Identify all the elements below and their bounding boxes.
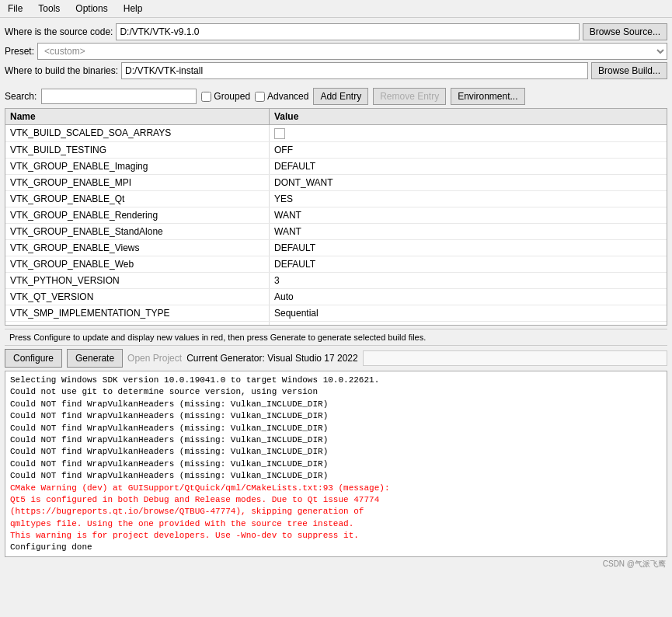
cell-value: DONT_WANT <box>270 175 667 190</box>
open-project-label: Open Project <box>127 353 182 364</box>
table-row[interactable]: VTK_GROUP_ENABLE_ImagingDEFAULT <box>5 159 667 175</box>
table-row[interactable]: VTK_GROUP_ENABLE_RenderingWANT <box>5 207 667 224</box>
status-bar: Press Configure to update and display ne… <box>5 329 667 346</box>
output-line: CMake Warning (dev) at GUISupport/QtQuic… <box>10 483 662 494</box>
cell-value: DEFAULT <box>270 240 667 256</box>
output-line: Configuring done <box>10 542 662 553</box>
footer: CSDN @气派飞鹰 <box>0 557 672 571</box>
table-row[interactable]: VTK_GROUP_ENABLE_ViewsDEFAULT <box>5 240 667 256</box>
configure-button[interactable]: Configure <box>5 349 62 368</box>
table-row[interactable]: VTK_QT_VERSIONAuto <box>5 289 667 305</box>
generator-text: Current Generator: Visual Studio 17 2022 <box>186 353 358 364</box>
menu-help[interactable]: Help <box>119 2 148 16</box>
cell-value[interactable] <box>270 322 667 326</box>
cmake-variables-table: Name Value VTK_BUILD_SCALED_SOA_ARRAYSVT… <box>5 108 667 326</box>
output-line: Could NOT find WrapVulkanHeaders (missin… <box>10 423 662 434</box>
output-line: (https://bugreports.qt.io/browse/QTBUG-4… <box>10 506 662 518</box>
cell-name: VTK_BUILD_SCALED_SOA_ARRAYS <box>5 125 270 141</box>
cell-checkbox[interactable] <box>274 128 285 139</box>
configure-row: Configure Generate Open Project Current … <box>0 346 672 371</box>
status-message: Press Configure to update and display ne… <box>9 333 426 342</box>
output-line: Could NOT find WrapVulkanHeaders (missin… <box>10 410 662 422</box>
output-line: Could NOT find WrapVulkanHeaders (missin… <box>10 399 662 410</box>
menu-tools[interactable]: Tools <box>33 2 64 16</box>
cell-value: Auto <box>270 289 667 305</box>
table-row[interactable]: VTK_SMP_IMPLEMENTATION_TYPESequential <box>5 305 667 322</box>
header-value: Value <box>270 109 667 124</box>
menu-options[interactable]: Options <box>71 2 112 16</box>
table-row[interactable]: VTK_USE_CUDA <box>5 322 667 326</box>
preset-row: Preset: <custom> <box>5 43 667 60</box>
cell-value: YES <box>270 191 667 207</box>
preset-label: Preset: <box>5 46 34 57</box>
menu-bar: File Tools Options Help <box>0 0 672 18</box>
table-body: VTK_BUILD_SCALED_SOA_ARRAYSVTK_BUILD_TES… <box>5 125 667 326</box>
output-line: Qt5 is configured in both Debug and Rele… <box>10 494 662 506</box>
header-name: Name <box>5 109 270 124</box>
cell-checkbox[interactable] <box>274 325 285 326</box>
environment-button[interactable]: Environment... <box>451 88 524 105</box>
cell-name: VTK_GROUP_ENABLE_MPI <box>5 175 270 190</box>
advanced-label: Advanced <box>267 91 308 102</box>
build-row: Where to build the binaries: Browse Buil… <box>5 62 667 79</box>
watermark: CSDN @气派飞鹰 <box>603 559 666 570</box>
search-label: Search: <box>5 91 37 102</box>
cell-name: VTK_USE_CUDA <box>5 322 270 326</box>
table-row[interactable]: VTK_BUILD_SCALED_SOA_ARRAYS <box>5 125 667 142</box>
cell-name: VTK_GROUP_ENABLE_Imaging <box>5 159 270 174</box>
cell-value: WANT <box>270 224 667 239</box>
output-line: This warning is for project developers. … <box>10 530 662 542</box>
cell-name: VTK_BUILD_TESTING <box>5 142 270 158</box>
output-line: Could not use git to determine source ve… <box>10 386 662 398</box>
menu-file[interactable]: File <box>3 2 27 16</box>
cell-value: DEFAULT <box>270 159 667 174</box>
output-line: Could NOT find WrapVulkanHeaders (missin… <box>10 470 662 482</box>
table-row[interactable]: VTK_PYTHON_VERSION3 <box>5 273 667 289</box>
table-row[interactable]: VTK_GROUP_ENABLE_MPIDONT_WANT <box>5 175 667 191</box>
cell-value: Sequential <box>270 305 667 321</box>
search-input[interactable] <box>41 89 197 104</box>
build-input[interactable] <box>121 62 588 79</box>
generate-button[interactable]: Generate <box>67 349 123 368</box>
output-line: Selecting Windows SDK version 10.0.19041… <box>10 375 662 386</box>
table-row[interactable]: VTK_GROUP_ENABLE_QtYES <box>5 191 667 207</box>
cell-name: VTK_GROUP_ENABLE_Views <box>5 240 270 256</box>
output-area: Selecting Windows SDK version 10.0.19041… <box>5 371 667 557</box>
add-entry-button[interactable]: Add Entry <box>313 88 368 105</box>
output-line: qmltypes file. Using the one provided wi… <box>10 518 662 530</box>
grouped-checkbox-label[interactable]: Grouped <box>201 91 250 102</box>
output-line: Could NOT find WrapVulkanHeaders (missin… <box>10 458 662 470</box>
cell-name: VTK_PYTHON_VERSION <box>5 273 270 288</box>
grouped-label: Grouped <box>214 91 250 102</box>
advanced-checkbox[interactable] <box>255 92 265 102</box>
cell-name: VTK_SMP_IMPLEMENTATION_TYPE <box>5 305 270 321</box>
cell-name: VTK_GROUP_ENABLE_StandAlone <box>5 224 270 239</box>
output-line: Could NOT find WrapVulkanHeaders (missin… <box>10 446 662 458</box>
preset-select[interactable]: <custom> <box>37 43 667 60</box>
browse-build-button[interactable]: Browse Build... <box>591 62 667 79</box>
source-row: Where is the source code: Browse Source.… <box>5 23 667 40</box>
cell-value[interactable] <box>270 125 667 141</box>
cell-value: OFF <box>270 142 667 158</box>
table-header: Name Value <box>5 109 667 125</box>
cell-name: VTK_QT_VERSION <box>5 289 270 305</box>
table-row[interactable]: VTK_GROUP_ENABLE_StandAloneWANT <box>5 224 667 240</box>
source-label: Where is the source code: <box>5 26 113 37</box>
build-label: Where to build the binaries: <box>5 65 118 76</box>
progress-bar <box>363 350 667 366</box>
search-row: Search: Grouped Advanced Add Entry Remov… <box>0 85 672 108</box>
advanced-checkbox-label[interactable]: Advanced <box>255 91 308 102</box>
cell-name: VTK_GROUP_ENABLE_Rendering <box>5 207 270 223</box>
cell-name: VTK_GROUP_ENABLE_Web <box>5 256 270 272</box>
grouped-checkbox[interactable] <box>201 92 211 102</box>
cell-value: WANT <box>270 207 667 223</box>
cell-name: VTK_GROUP_ENABLE_Qt <box>5 191 270 207</box>
remove-entry-button[interactable]: Remove Entry <box>373 88 446 105</box>
table-row[interactable]: VTK_GROUP_ENABLE_WebDEFAULT <box>5 256 667 273</box>
cell-value: DEFAULT <box>270 256 667 272</box>
cell-value: 3 <box>270 273 667 288</box>
output-line: Could NOT find WrapVulkanHeaders (missin… <box>10 434 662 446</box>
source-input[interactable] <box>116 23 579 40</box>
browse-source-button[interactable]: Browse Source... <box>583 23 667 40</box>
table-row[interactable]: VTK_BUILD_TESTINGOFF <box>5 142 667 159</box>
